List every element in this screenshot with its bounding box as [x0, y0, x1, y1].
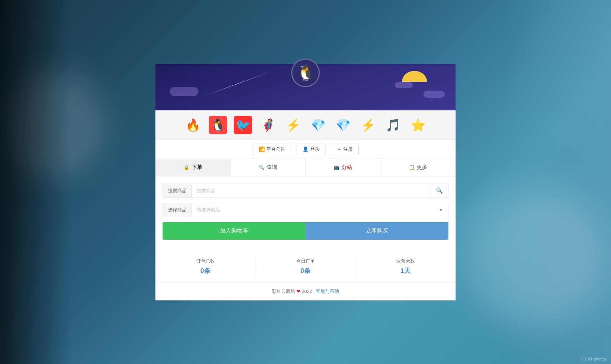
tab-more[interactable]: 📋 更多	[381, 159, 456, 176]
level-icon-3[interactable]: 🦸	[259, 116, 277, 134]
lock-icon: 🔒	[184, 165, 189, 170]
footer-brand: 彩虹云商城	[272, 289, 295, 294]
shooting-star-decoration	[204, 71, 271, 96]
tab-subsite[interactable]: 📺 分站	[306, 159, 381, 176]
announcement-label: 平台公告	[267, 146, 285, 153]
tab-order-label: 下单	[192, 164, 202, 171]
level-icon-8[interactable]: 🎵	[384, 116, 402, 134]
plus-icon: ＋	[337, 146, 342, 153]
login-label: 登录	[310, 146, 319, 153]
wifi-icon: 📶	[259, 146, 265, 152]
tab-order[interactable]: 🔒 下单	[155, 159, 230, 176]
level-icon-2[interactable]: 🐦	[234, 116, 252, 134]
dropdown-arrow-icon: ▼	[434, 204, 448, 216]
action-button-row: 加入购物车 立即购买	[163, 222, 448, 240]
stat-today-orders-label: 今日订单	[255, 258, 355, 264]
level-icon-4[interactable]: ⚡	[284, 116, 302, 134]
tab-query[interactable]: 🔍 查询	[230, 159, 306, 176]
qq-avatar: 🐧	[291, 59, 320, 87]
search-button[interactable]: 🔍	[431, 184, 448, 197]
help-link[interactable]: 客服与帮助	[316, 289, 339, 294]
level-icon-0[interactable]: 🔥	[184, 116, 202, 134]
add-to-cart-button[interactable]: 加入购物车	[163, 222, 306, 240]
cloud-decoration-1	[170, 87, 198, 96]
footer-year: 2022	[302, 289, 312, 294]
cloud-decoration-2	[423, 91, 445, 98]
level-icon-5[interactable]: 💎	[309, 116, 327, 134]
select-row: 选择商品 请选择商品 ▼	[163, 203, 448, 217]
footer-separator: |	[313, 289, 316, 294]
heart-icon: ❤	[297, 289, 302, 294]
stat-days-running-label: 运营天数	[356, 258, 456, 264]
stat-total-orders-label: 订单总数	[155, 258, 255, 264]
action-bar: 📶 平台公告 👤 登录 ＋ 注册	[155, 140, 456, 159]
list-icon: 📋	[409, 165, 414, 170]
search-input[interactable]	[192, 184, 431, 197]
stat-days-running-value: 1天	[356, 266, 456, 275]
search-tab-icon: 🔍	[259, 165, 264, 170]
main-container: 🐧 🔥 🐧 🐦 🦸 ⚡ 💎 💎 ⚡ 🎵 ⭐ 📶 平台公告 👤 登录 ＋ 注册	[155, 64, 456, 300]
tab-bar: 🔒 下单 🔍 查询 📺 分站 📋 更多	[155, 159, 456, 176]
select-label: 选择商品	[163, 203, 192, 217]
monitor-icon: 📺	[334, 165, 339, 170]
moon-decoration	[402, 64, 427, 82]
stat-total-orders-value: 0条	[155, 266, 255, 275]
cloud-decoration-3	[395, 82, 413, 88]
banner: 🐧	[155, 64, 456, 110]
watermark: CSDN @fereg_	[581, 357, 608, 361]
level-icon-6[interactable]: 💎	[334, 116, 352, 134]
search-label: 搜索商品	[163, 184, 192, 198]
stat-days-running: 运营天数 1天	[356, 256, 456, 277]
stat-today-orders: 今日订单 0条	[255, 256, 356, 277]
tab-subsite-label: 分站	[342, 164, 352, 171]
level-icon-7[interactable]: ⚡	[359, 116, 377, 134]
buy-now-button[interactable]: 立即购买	[306, 222, 448, 240]
stat-total-orders: 订单总数 0条	[155, 256, 255, 277]
footer: 彩虹云商城 ❤ 2022 | 客服与帮助	[155, 282, 456, 300]
search-row: 搜索商品 🔍	[163, 184, 448, 198]
search-icon: 🔍	[436, 188, 443, 194]
register-button[interactable]: ＋ 注册	[331, 144, 359, 155]
stats-bar: 订单总数 0条 今日订单 0条 运营天数 1天	[155, 249, 456, 282]
tab-more-label: 更多	[417, 164, 427, 171]
tab-query-label: 查询	[267, 164, 277, 171]
register-label: 注册	[343, 146, 353, 153]
announcement-button[interactable]: 📶 平台公告	[253, 144, 291, 155]
user-icon: 👤	[303, 146, 308, 152]
main-content: 搜索商品 🔍 选择商品 请选择商品 ▼ 加入购物车 立即购买	[155, 176, 456, 249]
level-icon-bar: 🔥 🐧 🐦 🦸 ⚡ 💎 💎 ⚡ 🎵 ⭐	[155, 110, 456, 140]
level-icon-1[interactable]: 🐧	[209, 116, 227, 134]
product-select[interactable]: 请选择商品	[192, 204, 434, 216]
login-button[interactable]: 👤 登录	[297, 144, 326, 155]
level-icon-9[interactable]: ⭐	[409, 116, 427, 134]
stat-today-orders-value: 0条	[255, 266, 355, 275]
